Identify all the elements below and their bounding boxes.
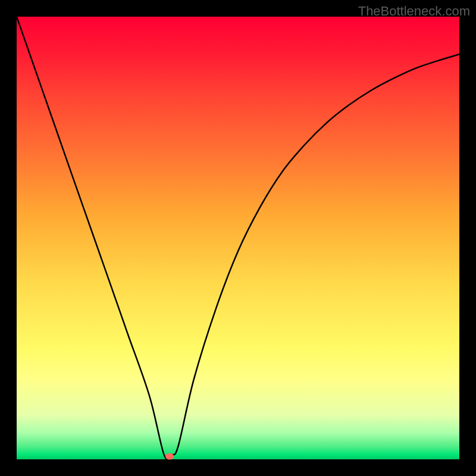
watermark-text: TheBottleneck.com: [358, 4, 470, 19]
chart-plot-area: [17, 17, 459, 459]
optimal-point-marker: [165, 453, 174, 459]
bottleneck-curve: [17, 17, 459, 459]
